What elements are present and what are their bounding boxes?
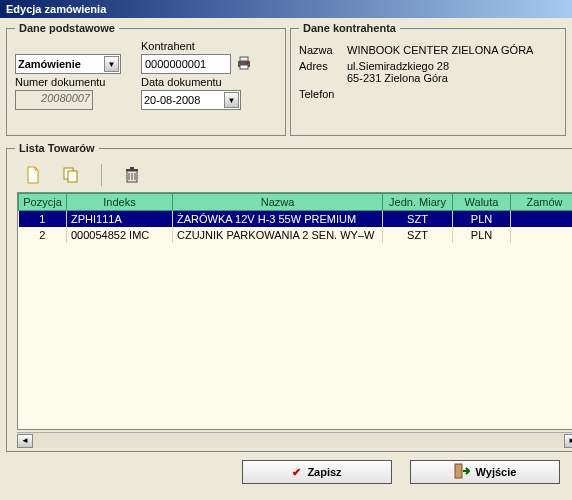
order-type-value: Zamówienie (18, 58, 104, 70)
doc-number-label: Numer dokumentu (15, 76, 135, 88)
exit-button[interactable]: Wyjście (410, 460, 560, 484)
kontrahent-data-fieldset: Dane kontrahenta Nazwa WINBOOK CENTER ZI… (290, 22, 566, 136)
kontrahent-value: 0000000001 (145, 58, 206, 70)
copy-doc-icon[interactable] (61, 165, 81, 185)
save-button-label: Zapisz (307, 466, 341, 478)
kontr-phone-label: Telefon (299, 88, 347, 100)
col-indeks[interactable]: Indeks (67, 194, 173, 211)
kontr-name-label: Nazwa (299, 44, 347, 56)
svg-rect-1 (240, 57, 248, 61)
scroll-left-icon[interactable]: ◄ (17, 434, 33, 448)
save-button[interactable]: ✔ Zapisz (242, 460, 392, 484)
toolbar-separator (101, 164, 102, 186)
svg-rect-11 (130, 167, 134, 169)
kontr-phone-value (347, 88, 557, 100)
doc-number-field: 20080007 (15, 90, 93, 110)
horizontal-scrollbar[interactable]: ◄ ► (17, 432, 572, 448)
svg-rect-2 (240, 65, 248, 69)
cell-zamow (511, 211, 573, 227)
cell-indeks: ZPHI111A (67, 211, 173, 227)
kontrahent-label: Kontrahent (141, 40, 261, 52)
kontr-addr-value: ul.Siemiradzkiego 28 65-231 Zielona Góra (347, 60, 557, 84)
basic-data-fieldset: Dane podstawowe Kontrahent Zamówienie ▼ … (6, 22, 286, 136)
cell-jm: SZT (383, 211, 453, 227)
cell-waluta: PLN (453, 227, 511, 243)
check-icon: ✔ (292, 466, 301, 479)
doc-date-value: 20-08-2008 (144, 94, 224, 106)
exit-button-label: Wyjście (476, 466, 517, 478)
printer-icon[interactable] (235, 54, 253, 74)
exit-door-icon (454, 463, 470, 481)
cell-pozycja: 2 (19, 227, 67, 243)
kontr-addr-label: Adres (299, 60, 347, 84)
kontr-name-value: WINBOOK CENTER ZIELONA GÓRA (347, 44, 557, 56)
kontrahent-input[interactable]: 0000000001 (141, 54, 231, 74)
new-doc-icon[interactable] (23, 165, 43, 185)
cell-indeks: 000054852 IMC (67, 227, 173, 243)
table-row[interactable]: 1 ZPHI111A ŻARÓWKA 12V H-3 55W PREMIUM S… (19, 211, 573, 227)
col-zamow[interactable]: Zamów (511, 194, 573, 211)
goods-list-fieldset: Lista Towarów Pozycja (6, 142, 572, 452)
scroll-right-icon[interactable]: ► (564, 434, 572, 448)
svg-rect-5 (68, 171, 77, 182)
col-waluta[interactable]: Waluta (453, 194, 511, 211)
cell-waluta: PLN (453, 211, 511, 227)
col-jm[interactable]: Jedn. Miary (383, 194, 453, 211)
grid-header-row: Pozycja Indeks Nazwa Jedn. Miary Waluta … (19, 194, 573, 211)
svg-point-3 (247, 62, 249, 64)
order-type-combo[interactable]: Zamówienie ▼ (15, 54, 121, 74)
chevron-down-icon: ▼ (224, 92, 239, 108)
goods-toolbar (15, 160, 572, 192)
basic-data-legend: Dane podstawowe (15, 22, 119, 34)
goods-list-legend: Lista Towarów (15, 142, 99, 154)
svg-rect-12 (455, 464, 462, 478)
cell-jm: SZT (383, 227, 453, 243)
kontrahent-data-legend: Dane kontrahenta (299, 22, 400, 34)
col-nazwa[interactable]: Nazwa (173, 194, 383, 211)
goods-grid[interactable]: Pozycja Indeks Nazwa Jedn. Miary Waluta … (17, 192, 572, 430)
kontr-addr-line2: 65-231 Zielona Góra (347, 72, 557, 84)
table-row[interactable]: 2 000054852 IMC CZUJNIK PARKOWANIA 2 SEN… (19, 227, 573, 243)
cell-nazwa: CZUJNIK PARKOWANIA 2 SEN. WY–W (173, 227, 383, 243)
kontr-addr-line1: ul.Siemiradzkiego 28 (347, 60, 557, 72)
cell-pozycja: 1 (19, 211, 67, 227)
col-pozycja[interactable]: Pozycja (19, 194, 67, 211)
doc-number-value: 20080007 (41, 92, 90, 104)
window-title: Edycja zamówienia (6, 3, 106, 15)
cell-nazwa: ŻARÓWKA 12V H-3 55W PREMIUM (173, 211, 383, 227)
doc-date-combo[interactable]: 20-08-2008 ▼ (141, 90, 241, 110)
chevron-down-icon: ▼ (104, 56, 119, 72)
doc-date-label: Data dokumentu (141, 76, 261, 88)
svg-rect-10 (126, 169, 138, 171)
cell-zamow (511, 227, 573, 243)
window-titlebar: Edycja zamówienia (0, 0, 572, 18)
trash-icon[interactable] (122, 165, 142, 185)
